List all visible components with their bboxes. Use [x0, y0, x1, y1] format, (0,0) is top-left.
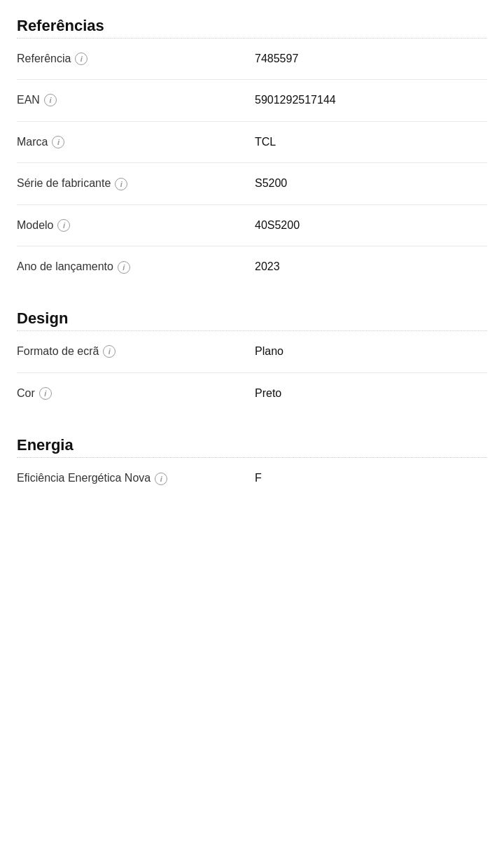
section-title-energia: Energia — [17, 436, 487, 454]
field-value-referencia: 7485597 — [255, 51, 487, 67]
field-label-eficiencia-energetica: Eficiência Energética Nova — [17, 470, 150, 486]
info-icon-ean[interactable]: i — [44, 94, 57, 106]
page-content: ReferênciasReferênciai7485597EANi5901292… — [0, 0, 504, 550]
field-label-area-ano-lancamento: Ano de lançamentoi — [17, 259, 255, 274]
field-row-ano-lancamento: Ano de lançamentoi2023 — [17, 246, 487, 287]
field-label-area-marca: Marcai — [17, 134, 255, 150]
field-label-area-ean: EANi — [17, 92, 255, 108]
field-label-marca: Marca — [17, 134, 48, 150]
section-design: DesignFormato de ecrãiPlanoCoriPreto — [17, 309, 487, 414]
info-icon-cor[interactable]: i — [39, 387, 52, 400]
section-energia: EnergiaEficiência Energética NovaiF — [17, 436, 487, 498]
field-label-area-eficiencia-energetica: Eficiência Energética Novai — [17, 470, 255, 486]
info-icon-marca[interactable]: i — [52, 136, 64, 148]
field-label-area-referencia: Referênciai — [17, 51, 255, 67]
field-row-referencia: Referênciai7485597 — [17, 39, 487, 80]
field-label-area-formato-ecra: Formato de ecrãi — [17, 344, 255, 359]
info-icon-eficiencia-energetica[interactable]: i — [155, 473, 167, 485]
field-value-formato-ecra: Plano — [255, 344, 487, 359]
field-row-eficiencia-energetica: Eficiência Energética NovaiF — [17, 458, 487, 498]
field-value-cor: Preto — [255, 386, 487, 401]
field-label-area-serie-fabricante: Série de fabricantei — [17, 176, 255, 191]
field-row-marca: MarcaiTCL — [17, 122, 487, 163]
section-title-design: Design — [17, 309, 487, 328]
field-label-area-modelo: Modeloi — [17, 218, 255, 233]
field-row-ean: EANi5901292517144 — [17, 80, 487, 121]
field-value-serie-fabricante: S5200 — [255, 176, 487, 191]
info-icon-referencia[interactable]: i — [75, 53, 88, 65]
field-value-ano-lancamento: 2023 — [255, 259, 487, 274]
field-label-formato-ecra: Formato de ecrã — [17, 344, 99, 359]
info-icon-ano-lancamento[interactable]: i — [118, 261, 130, 274]
field-label-modelo: Modelo — [17, 218, 53, 233]
field-value-ean: 5901292517144 — [255, 92, 487, 108]
section-referencias: ReferênciasReferênciai7485597EANi5901292… — [17, 17, 487, 287]
field-label-ano-lancamento: Ano de lançamento — [17, 259, 113, 274]
field-value-eficiencia-energetica: F — [255, 470, 487, 486]
field-label-referencia: Referência — [17, 51, 71, 67]
field-row-formato-ecra: Formato de ecrãiPlano — [17, 331, 487, 372]
field-row-serie-fabricante: Série de fabricanteiS5200 — [17, 163, 487, 204]
field-row-modelo: Modeloi40S5200 — [17, 205, 487, 246]
field-label-area-cor: Cori — [17, 386, 255, 401]
field-row-cor: CoriPreto — [17, 373, 487, 414]
info-icon-serie-fabricante[interactable]: i — [115, 178, 127, 190]
field-label-cor: Cor — [17, 386, 35, 401]
field-value-marca: TCL — [255, 134, 487, 150]
info-icon-modelo[interactable]: i — [57, 219, 70, 232]
field-label-serie-fabricante: Série de fabricante — [17, 176, 111, 191]
info-icon-formato-ecra[interactable]: i — [103, 345, 115, 358]
field-value-modelo: 40S5200 — [255, 218, 487, 233]
field-label-ean: EAN — [17, 92, 40, 108]
section-title-referencias: Referências — [17, 17, 487, 35]
